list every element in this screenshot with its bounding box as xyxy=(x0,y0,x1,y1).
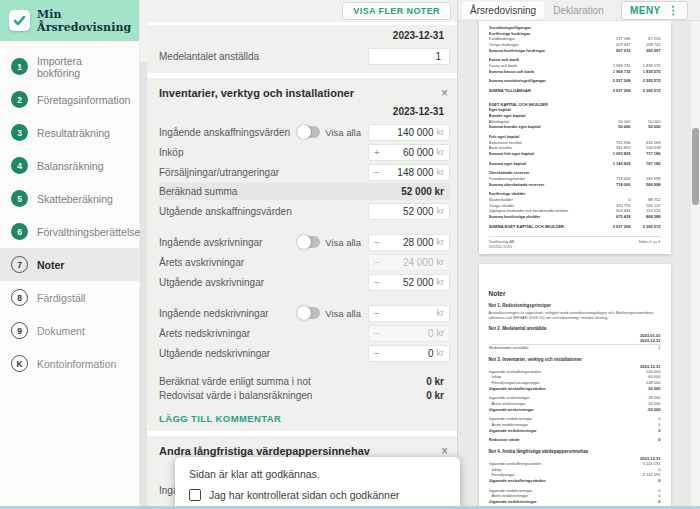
add-comment-link[interactable]: LÄGG TILL KOMMENTAR xyxy=(159,413,281,424)
sign-prefix: − xyxy=(374,257,381,268)
sidebar-item[interactable]: 7 Noter xyxy=(0,248,139,281)
preview-tab-label: Deklaration xyxy=(553,5,604,16)
form-row-label: Beräknat värde enligt summa i not xyxy=(159,376,426,387)
currency-unit: kr xyxy=(437,147,445,157)
sidebar-item-label: Noter xyxy=(37,259,64,271)
section-title: Andra långfristiga värdepappersinnehav xyxy=(159,445,370,457)
visa-alla-toggle[interactable] xyxy=(298,126,320,138)
form-row: Ingående anskaffningsvärden Visa alla 14… xyxy=(159,122,450,142)
amount-input[interactable]: 140 000 kr xyxy=(368,124,450,141)
org-number: 555555-5555 xyxy=(489,244,513,249)
row-value-col2: 2 205 572 xyxy=(631,224,661,230)
sidebar-item[interactable]: 8 Färdigställ xyxy=(0,281,139,314)
amount-input[interactable]: − 28 000 kr xyxy=(368,234,450,251)
preview-pages: Omsättningstillgångar Kortfristiga fordr… xyxy=(458,21,691,509)
amount-value: 60 000 xyxy=(384,147,434,158)
sign-prefix: + xyxy=(374,147,381,158)
note3-title: Not 3. Inventarier, verktyg och installa… xyxy=(489,357,661,362)
form-row: LÄGG TILL KOMMENTAR LÄGG TILL KOMMENTAR xyxy=(159,402,450,424)
sidebar-item[interactable]: 4 Balansräkning xyxy=(0,149,139,182)
sign-prefix: − xyxy=(374,167,381,178)
visa-alla-toggle[interactable] xyxy=(298,307,320,319)
balance-sheet-rows: Omsättningstillgångar Kortfristiga fordr… xyxy=(489,25,661,229)
amount-input[interactable]: 1 xyxy=(368,48,450,65)
amount-input[interactable]: 52 000 kr xyxy=(368,203,450,220)
amount-input[interactable]: − 0 kr xyxy=(368,325,450,342)
form-row-label: Försäljningar/utrangeringar xyxy=(159,167,368,178)
preview-tab-label: Årsredovisning xyxy=(470,5,536,16)
sidebar-item[interactable]: 1 Importera bokföring xyxy=(0,50,139,83)
form-row-label: Utgående avskrivningar xyxy=(159,277,368,288)
amount-input[interactable]: − 52 000 kr xyxy=(368,274,450,291)
sign-prefix: − xyxy=(374,328,381,339)
form-scrollbar[interactable] xyxy=(140,0,147,509)
kebab-menu-icon: ⋮ xyxy=(668,4,679,17)
form-scrollbar-thumb[interactable] xyxy=(140,0,147,62)
row-name: Redovisat värde xyxy=(489,437,631,443)
amount-input[interactable]: − kr xyxy=(368,305,450,322)
row-name: Medelantalet anställda xyxy=(489,345,631,351)
approval-checkbox[interactable] xyxy=(189,489,201,501)
row-value: 1 xyxy=(631,345,661,351)
sign-prefix: − xyxy=(374,277,381,288)
row-name: SUMMA EGET KAPITAL OCH SKULDER xyxy=(489,224,601,230)
step-number-badge: 4 xyxy=(11,157,28,174)
sidebar-item[interactable]: K Kontoinformation xyxy=(0,347,139,380)
row-value-col1: 2 537 268 xyxy=(601,224,631,230)
section-title: Inventarier, verktyg och installationer xyxy=(159,87,354,99)
amount-value: 0 xyxy=(384,348,434,359)
form-row: Årets avskrivningar − 24 000 kr 24 000 Å… xyxy=(159,252,450,272)
form-row: Redovisat värde i balansräkningen 0 kr 0… xyxy=(159,388,450,402)
menu-button[interactable]: MENY ⋮ xyxy=(621,1,688,20)
notes-toolbar: VISA FLER NOTER xyxy=(147,0,457,22)
sidebar-item[interactable]: 5 Skatteberäkning xyxy=(0,182,139,215)
sidebar-item[interactable]: 3 Resultaträkning xyxy=(0,116,139,149)
note2-rows: Medelantalet anställda 1 xyxy=(489,344,661,351)
sidebar-item-label: Balansräkning xyxy=(37,160,104,172)
step-number-badge: 3 xyxy=(11,124,28,141)
sign-prefix: − xyxy=(374,348,381,359)
visa-alla-label: Visa alla xyxy=(325,237,361,248)
amount-input[interactable]: − 24 000 kr xyxy=(368,254,450,271)
amount-value: 148 000 xyxy=(384,167,434,178)
step-number-badge: 1 xyxy=(11,58,28,75)
document-preview-panel: Årsredovisning Deklaration MENY ⋮ Omsätt… xyxy=(457,0,700,509)
visa-alla-toggle-wrap: Visa alla xyxy=(298,307,361,319)
visa-alla-label: Visa alla xyxy=(325,127,361,138)
step-number-badge: 9 xyxy=(11,322,28,339)
amount-input[interactable]: − 0 kr xyxy=(368,345,450,362)
preview-scrollbar-thumb[interactable] xyxy=(692,128,699,205)
amount-input[interactable]: + 60 000 kr xyxy=(368,144,450,161)
form-row-label: Beräknad summa xyxy=(159,186,401,197)
close-section-icon[interactable]: × xyxy=(439,445,450,457)
note2-title: Not 2. Medelantal anställda xyxy=(489,326,661,331)
show-more-notes-button[interactable]: VISA FLER NOTER xyxy=(342,2,451,20)
approval-checkbox-row[interactable]: Jag har kontrollerat sidan och godkänner xyxy=(189,489,446,501)
summary-value: 0 kr xyxy=(426,376,450,387)
visa-alla-toggle[interactable] xyxy=(298,236,320,248)
preview-tab[interactable]: Deklaration xyxy=(545,2,612,19)
form-row-label: Medelantalet anställda xyxy=(159,51,368,62)
sidebar-header: Min Årsredovisning xyxy=(0,0,139,41)
preview-tab[interactable]: Årsredovisning xyxy=(462,2,544,19)
form-row-label: Inköp xyxy=(159,147,368,158)
app-window: Min Årsredovisning 1 Importera bokföring… xyxy=(0,0,700,509)
step-number-badge: K xyxy=(11,355,28,372)
app-logo xyxy=(9,10,30,31)
preview-scrollbar[interactable] xyxy=(691,21,700,509)
form-row: Årets nedskrivningar − 0 kr 0 Årets neds… xyxy=(159,323,450,343)
visa-alla-label: Visa alla xyxy=(325,308,361,319)
sidebar-item[interactable]: 9 Dokument xyxy=(0,314,139,347)
logo-checkmark-icon xyxy=(13,14,26,27)
sidebar-item[interactable]: 2 Företagsinformation xyxy=(0,83,139,116)
sidebar-item[interactable]: 6 Förvaltningsberättelse xyxy=(0,215,139,248)
form-row-label: Ingående nedskrivningar xyxy=(159,308,298,319)
step-number-badge: 2 xyxy=(11,91,28,108)
close-section-icon[interactable]: × xyxy=(439,87,450,99)
amount-value: 24 000 xyxy=(384,257,434,268)
sidebar-nav: 1 Importera bokföring 2 Företagsinformat… xyxy=(0,41,139,380)
form-row-label: Årets nedskrivningar xyxy=(159,328,368,339)
amount-input[interactable]: − 148 000 kr xyxy=(368,164,450,181)
note-row: Redovisat värde 0 xyxy=(489,437,661,443)
sidebar-item-label: Företagsinformation xyxy=(37,94,130,106)
